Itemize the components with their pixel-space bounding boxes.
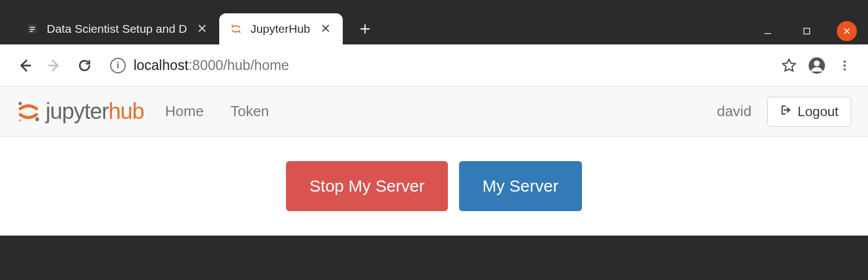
window-close-button[interactable] — [837, 21, 857, 41]
bookmark-star-icon[interactable] — [778, 54, 800, 77]
logo-text-hub: hub — [108, 99, 144, 123]
stop-my-server-button[interactable]: Stop My Server — [286, 161, 448, 211]
svg-rect-7 — [804, 28, 810, 34]
svg-point-12 — [844, 61, 846, 63]
jupyterhub-navbar: jupyterhub Home Token david Logout — [0, 87, 868, 137]
url-text: localhost:8000/hub/home — [134, 57, 289, 73]
svg-point-16 — [35, 117, 39, 121]
address-bar[interactable]: i localhost:8000/hub/home — [102, 52, 772, 79]
favicon-doc-icon — [26, 22, 39, 36]
tab-title: JupyterHub — [250, 22, 310, 36]
svg-point-11 — [814, 60, 820, 66]
jupyterhub-logo[interactable]: jupyterhub — [17, 99, 144, 124]
kebab-menu-icon[interactable] — [834, 54, 856, 77]
window-minimize-button[interactable] — [759, 22, 777, 40]
close-icon[interactable]: ✕ — [195, 22, 209, 36]
url-path: :8000/hub/home — [189, 57, 289, 73]
new-tab-button[interactable] — [353, 17, 377, 41]
my-server-button[interactable]: My Server — [459, 161, 582, 211]
svg-point-4 — [231, 24, 233, 26]
browser-tab-1[interactable]: JupyterHub ✕ — [219, 13, 342, 44]
username-label: david — [717, 103, 751, 120]
close-icon[interactable]: ✕ — [318, 22, 333, 36]
browser-tab-strip: Data Scientist Setup and D ✕ JupyterHub … — [0, 0, 868, 44]
back-button[interactable] — [12, 53, 37, 78]
nav-link-token[interactable]: Token — [225, 103, 274, 120]
svg-rect-1 — [29, 27, 34, 28]
svg-point-5 — [239, 32, 241, 33]
profile-avatar-icon[interactable] — [806, 54, 828, 77]
svg-point-15 — [18, 102, 22, 105]
browser-toolbar: i localhost:8000/hub/home — [0, 44, 868, 87]
nav-link-home[interactable]: Home — [160, 103, 209, 120]
logo-text-jupyter: jupyter — [46, 99, 108, 123]
svg-point-14 — [844, 68, 846, 71]
tab-title: Data Scientist Setup and D — [47, 22, 187, 36]
svg-point-17 — [19, 119, 21, 121]
svg-point-13 — [844, 64, 846, 67]
logout-icon — [780, 104, 792, 119]
forward-button[interactable] — [42, 53, 67, 78]
jupyterhub-home-main: Stop My Server My Server — [0, 137, 868, 236]
svg-rect-2 — [29, 29, 34, 30]
logout-label: Logout — [798, 104, 839, 119]
browser-tab-0[interactable]: Data Scientist Setup and D ✕ — [16, 13, 219, 44]
site-info-icon[interactable]: i — [110, 58, 126, 73]
url-host: localhost — [134, 57, 189, 73]
window-controls — [759, 21, 857, 41]
svg-rect-3 — [29, 31, 33, 32]
logout-button[interactable]: Logout — [767, 97, 851, 127]
favicon-jupyter-icon — [229, 22, 243, 36]
window-maximize-button[interactable] — [798, 22, 816, 40]
reload-button[interactable] — [72, 53, 97, 78]
jupyter-swirl-icon — [17, 100, 40, 123]
